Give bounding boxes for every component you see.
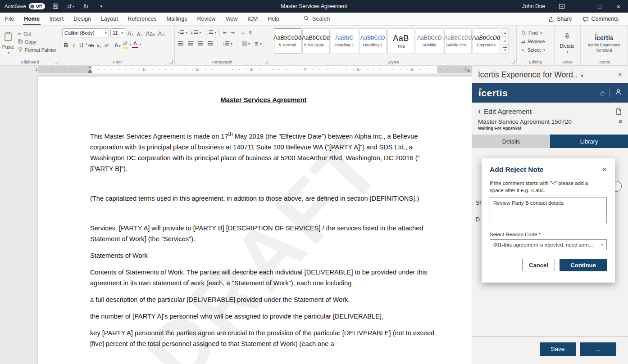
style-emphasis[interactable]: AaBbCcDdEmphasis	[473, 28, 500, 54]
styles-more-icon[interactable]: ▾	[502, 45, 509, 54]
tab-insert[interactable]: Insert	[45, 13, 68, 25]
bullets-button[interactable]: •▾	[177, 28, 189, 37]
replace-button[interactable]: ⇄Replace	[521, 39, 545, 44]
task-pane-close-icon[interactable]: ×	[618, 71, 622, 79]
reject-note-input[interactable]: Review Party B contact details.	[490, 198, 607, 223]
autosave-toggle[interactable]: AutoSave Off	[5, 3, 45, 9]
save-icon[interactable]	[50, 2, 60, 11]
style-heading-2[interactable]: AaBbCcDHeading 2	[359, 28, 387, 54]
increase-indent-icon[interactable]: ⇥	[229, 28, 236, 37]
show-paragraph-marks-button[interactable]: ¶	[248, 28, 253, 37]
style-no-spacing[interactable]: AaBbCcDd¶ No Spac...	[302, 28, 330, 54]
highlight-color-button[interactable]	[122, 40, 129, 49]
save-button[interactable]: Save	[540, 342, 576, 356]
tab-references[interactable]: References	[123, 13, 162, 25]
tab-details[interactable]: Details	[472, 135, 550, 148]
style-normal[interactable]: AaBbCcDd¶ Normal	[274, 28, 301, 54]
underline-button[interactable]: U	[77, 40, 85, 49]
more-options-button[interactable]: ...	[580, 342, 616, 356]
format-painter-button[interactable]: Format Painter	[18, 47, 56, 53]
customize-quick-access-icon[interactable]: ▾	[96, 2, 106, 11]
sort-button[interactable]: A↓	[240, 28, 248, 37]
reason-code-select[interactable]: 001-this agreement is rejected, need som…	[490, 239, 607, 250]
tab-review[interactable]: Review	[192, 13, 220, 25]
font-name-combo[interactable]: Calibri (Body)▾	[62, 28, 109, 37]
dialog-launcher-icon[interactable]	[265, 60, 268, 63]
minimize-button[interactable]: –	[571, 0, 590, 13]
align-left-icon[interactable]	[177, 40, 185, 48]
copy-button[interactable]: Copy	[18, 39, 56, 45]
dialog-launcher-icon[interactable]	[511, 60, 514, 63]
back-chevron-icon[interactable]: ‹	[478, 107, 481, 115]
dialog-close-icon[interactable]: ×	[602, 166, 607, 173]
subscript-button[interactable]: x2	[95, 40, 103, 49]
document-paragraph: Contents of Statements of Work. The part…	[90, 267, 437, 288]
style-heading-1[interactable]: AaBbCHeading 1	[331, 28, 358, 54]
borders-button[interactable]: ⊞▾	[253, 40, 263, 48]
icertis-experience-button[interactable]: icertis Icertis Experiencefor Word	[582, 29, 626, 58]
styles-scroll-up-icon[interactable]: ▴	[502, 28, 509, 36]
right-indent-marker[interactable]	[467, 69, 470, 72]
user-name[interactable]: John Doe	[522, 3, 545, 9]
style-subtitle[interactable]: AaBbCcDSubtitle	[416, 28, 443, 54]
clear-formatting-button[interactable]: A✗	[157, 29, 166, 37]
home-icon[interactable]: ⌂	[600, 90, 605, 97]
italic-button[interactable]: I	[70, 40, 77, 49]
font-size-combo[interactable]: 11▾	[110, 28, 125, 37]
style-title[interactable]: AaBTitle	[387, 28, 415, 54]
superscript-button[interactable]: x2	[103, 40, 110, 49]
tab-icm[interactable]: ICM	[242, 13, 263, 25]
cancel-button[interactable]: Cancel	[522, 259, 555, 271]
continue-button[interactable]: Continue	[560, 259, 607, 271]
tab-help[interactable]: Help	[263, 13, 284, 25]
align-center-icon[interactable]	[187, 40, 195, 48]
tab-mailings[interactable]: Mailings	[162, 13, 192, 25]
document-page[interactable]: DRAFT Master Services Agreement This Mas…	[38, 76, 472, 364]
close-button[interactable]: ×	[609, 0, 628, 13]
redo-icon[interactable]: ↻	[81, 2, 91, 11]
edit-agreement-label[interactable]: Edit Agreement	[484, 108, 532, 116]
agreement-menu-icon[interactable]: ≡	[619, 118, 622, 125]
tab-home[interactable]: Home	[19, 13, 45, 25]
style-subtle-emphasis[interactable]: AaBbCcDdSubtle Em...	[444, 28, 472, 54]
justify-icon[interactable]	[206, 40, 214, 48]
styles-scroll-down-icon[interactable]: ▾	[502, 37, 509, 45]
grow-font-button[interactable]: A˄	[127, 29, 135, 37]
dictate-button[interactable]: Dictate ▾	[556, 27, 578, 58]
user-profile-icon[interactable]	[615, 89, 622, 97]
shading-button[interactable]: ▾	[241, 40, 251, 48]
font-color-button[interactable]: A	[131, 40, 139, 49]
horizontal-ruler[interactable]: 1 1 2 3 4 5 6 7	[0, 66, 472, 73]
align-right-icon[interactable]	[196, 40, 205, 48]
numbering-button[interactable]: 1.▾	[189, 28, 203, 37]
dialog-launcher-icon[interactable]	[55, 60, 58, 63]
tab-design[interactable]: Design	[68, 13, 96, 25]
tab-layout[interactable]: Layout	[96, 13, 123, 25]
undo-icon[interactable]: ↺▾	[66, 2, 76, 11]
shrink-font-button[interactable]: A˅	[136, 29, 144, 37]
tab-library[interactable]: Library	[550, 135, 628, 148]
first-line-indent-marker[interactable]	[88, 67, 92, 69]
dialog-launcher-icon[interactable]	[169, 60, 173, 63]
restore-button[interactable]: □	[590, 0, 609, 13]
text-effects-button[interactable]: A▾	[114, 40, 122, 49]
bold-button[interactable]: B	[62, 40, 70, 49]
search-box[interactable]: Search	[303, 13, 330, 25]
strikethrough-button[interactable]: ab	[87, 40, 95, 49]
cut-button[interactable]: ✂Cut	[18, 31, 56, 36]
multilevel-list-button[interactable]: ⋮▾	[203, 28, 218, 37]
decrease-indent-icon[interactable]: ⇤	[222, 28, 228, 37]
document-paragraph: Statements of Work	[90, 250, 437, 261]
comments-button[interactable]: Comments	[579, 14, 623, 23]
ribbon-display-options-icon[interactable]	[552, 0, 571, 13]
select-button[interactable]: ↖Select▾	[521, 47, 545, 53]
tab-view[interactable]: View	[220, 13, 242, 25]
tab-file[interactable]: File	[0, 13, 19, 25]
change-case-button[interactable]: Aa▾	[145, 29, 156, 37]
notes-icon[interactable]	[615, 108, 622, 115]
paste-button[interactable]: Paste ▾	[2, 27, 15, 58]
share-button[interactable]: Share	[544, 14, 576, 23]
find-button[interactable]: Find▾	[521, 30, 545, 36]
task-pane-menu-caret-icon[interactable]: ▾	[581, 73, 583, 78]
line-spacing-button[interactable]: ↕▾	[221, 40, 234, 48]
